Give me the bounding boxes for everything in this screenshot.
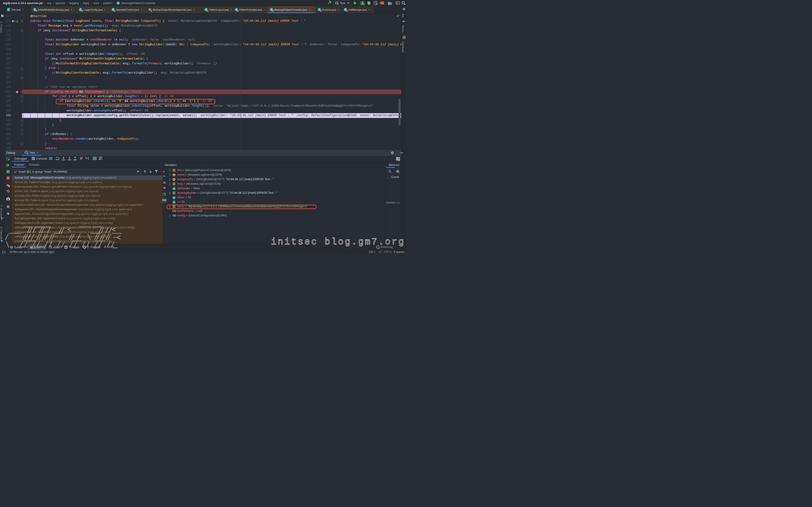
svg-text:p: p	[173, 174, 175, 176]
svg-text:01: 01	[173, 188, 175, 190]
svg-text:01: 01	[173, 201, 175, 204]
svg-text:p: p	[173, 178, 175, 181]
svg-text:Test: Test	[340, 2, 345, 5]
svg-text:@: @	[16, 20, 18, 23]
svg-text:01: 01	[173, 197, 175, 199]
